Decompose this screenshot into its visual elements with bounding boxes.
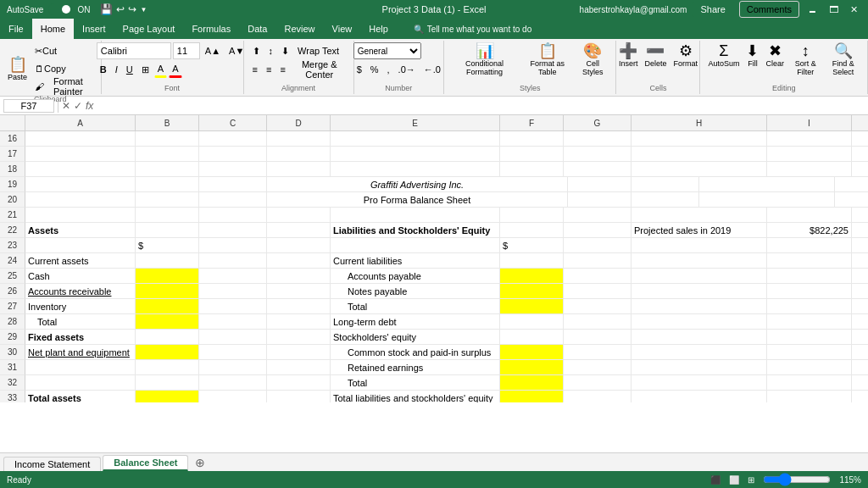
format-as-table-button[interactable]: 📋 Format as Table: [521, 42, 573, 77]
copy-button[interactable]: 🗒 Copy: [31, 60, 96, 77]
cell-j28[interactable]: [852, 314, 868, 330]
page-layout-icon[interactable]: ⬛: [710, 475, 721, 485]
cell-e26[interactable]: Notes payable: [331, 284, 500, 299]
insert-function-icon[interactable]: fx: [86, 100, 93, 112]
cut-button[interactable]: ✂ Cut: [31, 42, 96, 59]
cell-j21[interactable]: [852, 208, 868, 223]
cell-b22[interactable]: [136, 223, 199, 238]
cell-d28[interactable]: [267, 314, 331, 330]
cell-styles-button[interactable]: 🎨 Cell Styles: [575, 42, 610, 77]
cell-g21[interactable]: [564, 208, 632, 223]
bold-button[interactable]: B: [97, 61, 110, 78]
cell-d19[interactable]: Graffiti Advertising Inc.: [267, 177, 568, 192]
cell-a30[interactable]: Net plant and equipment: [25, 345, 136, 360]
cancel-formula-icon[interactable]: ✕: [62, 100, 70, 112]
maximize-button[interactable]: 🗖: [826, 4, 842, 14]
cell-f20[interactable]: [568, 192, 632, 208]
row-header-19[interactable]: 19: [0, 177, 25, 192]
autosave-toggle[interactable]: [48, 3, 72, 15]
cell-d26[interactable]: [267, 284, 331, 299]
cell-c33[interactable]: [199, 391, 267, 402]
cell-i22[interactable]: $822,225: [767, 223, 852, 238]
cell-j24[interactable]: [852, 253, 868, 269]
minimize-button[interactable]: 🗕: [804, 4, 821, 14]
cell-b31[interactable]: [136, 360, 199, 375]
row-header-25[interactable]: 25: [0, 269, 25, 284]
cell-h23[interactable]: [632, 238, 767, 253]
cell-a16[interactable]: [25, 131, 136, 147]
row-header-30[interactable]: 30: [0, 345, 25, 360]
cell-e21[interactable]: [331, 208, 500, 223]
cell-a21[interactable]: [25, 208, 136, 223]
cell-c21[interactable]: [199, 208, 267, 223]
cell-e32[interactable]: Total: [331, 375, 500, 391]
cell-i18[interactable]: [767, 162, 852, 177]
format-painter-button[interactable]: 🖌 Format Painter: [31, 78, 96, 95]
insert-button[interactable]: ➕ Insert: [616, 42, 641, 69]
cell-j26[interactable]: [852, 284, 868, 299]
cell-d25[interactable]: [267, 269, 331, 284]
cell-i29[interactable]: [767, 330, 852, 345]
sheet-tab-income-statement[interactable]: Income Statement: [3, 457, 101, 471]
conditional-formatting-button[interactable]: 📊 Conditional Formatting: [449, 42, 520, 77]
cell-h22[interactable]: Projected sales in 2019: [632, 223, 767, 238]
font-size-input[interactable]: [173, 42, 200, 59]
cell-c19[interactable]: [199, 177, 267, 192]
cell-g22[interactable]: [564, 223, 632, 238]
cell-j25[interactable]: [852, 269, 868, 284]
cell-f33[interactable]: [500, 391, 564, 402]
decrease-decimal-button[interactable]: ←.0: [420, 61, 444, 78]
fill-button[interactable]: ⬇ Fill: [743, 42, 761, 77]
cell-h28[interactable]: [632, 314, 767, 330]
row-header-26[interactable]: 26: [0, 284, 25, 299]
cell-d27[interactable]: [267, 299, 331, 314]
cell-b18[interactable]: [136, 162, 199, 177]
cell-a17[interactable]: [25, 147, 136, 162]
cell-d31[interactable]: [267, 360, 331, 375]
cell-g33[interactable]: [564, 391, 632, 402]
number-format-select[interactable]: General: [353, 42, 421, 59]
cell-f24[interactable]: [500, 253, 564, 269]
cell-g32[interactable]: [564, 375, 632, 391]
cell-f25[interactable]: [500, 269, 564, 284]
cell-f26[interactable]: [500, 284, 564, 299]
cell-a22[interactable]: Assets: [25, 223, 136, 238]
tab-home[interactable]: Home: [32, 19, 74, 39]
cell-g27[interactable]: [564, 299, 632, 314]
cell-j27[interactable]: [852, 299, 868, 314]
cell-f21[interactable]: [500, 208, 564, 223]
formula-input[interactable]: [97, 100, 865, 112]
tab-insert[interactable]: Insert: [74, 19, 114, 39]
cell-g31[interactable]: [564, 360, 632, 375]
row-header-21[interactable]: 21: [0, 208, 25, 223]
tell-me-box[interactable]: 🔍 Tell me what you want to do: [397, 19, 868, 39]
cell-c32[interactable]: [199, 375, 267, 391]
font-name-input[interactable]: [97, 42, 171, 59]
cell-e18[interactable]: [331, 162, 500, 177]
cell-b33[interactable]: [136, 391, 199, 402]
cell-b17[interactable]: [136, 147, 199, 162]
cell-c29[interactable]: [199, 330, 267, 345]
cell-h24[interactable]: [632, 253, 767, 269]
font-color-button[interactable]: A: [169, 61, 181, 78]
cell-i32[interactable]: [767, 375, 852, 391]
cell-g24[interactable]: [564, 253, 632, 269]
col-header-i[interactable]: I: [767, 115, 852, 130]
cell-c24[interactable]: [199, 253, 267, 269]
cell-f28[interactable]: [500, 314, 564, 330]
cell-d24[interactable]: [267, 253, 331, 269]
cell-b27[interactable]: [136, 299, 199, 314]
cell-e31[interactable]: Retained earnings: [331, 360, 500, 375]
col-header-f[interactable]: F: [500, 115, 564, 130]
row-header-17[interactable]: 17: [0, 147, 25, 162]
cell-d21[interactable]: [267, 208, 331, 223]
undo-icon[interactable]: ↩: [116, 3, 125, 15]
cell-f18[interactable]: [500, 162, 564, 177]
cell-e16[interactable]: [331, 131, 500, 147]
cell-b28[interactable]: [136, 314, 199, 330]
comma-button[interactable]: ,: [384, 61, 393, 78]
redo-icon[interactable]: ↪: [128, 3, 136, 15]
merge-center-button[interactable]: Merge & Center: [291, 61, 348, 78]
cell-j32[interactable]: [852, 375, 868, 391]
tab-help[interactable]: Help: [360, 19, 397, 39]
